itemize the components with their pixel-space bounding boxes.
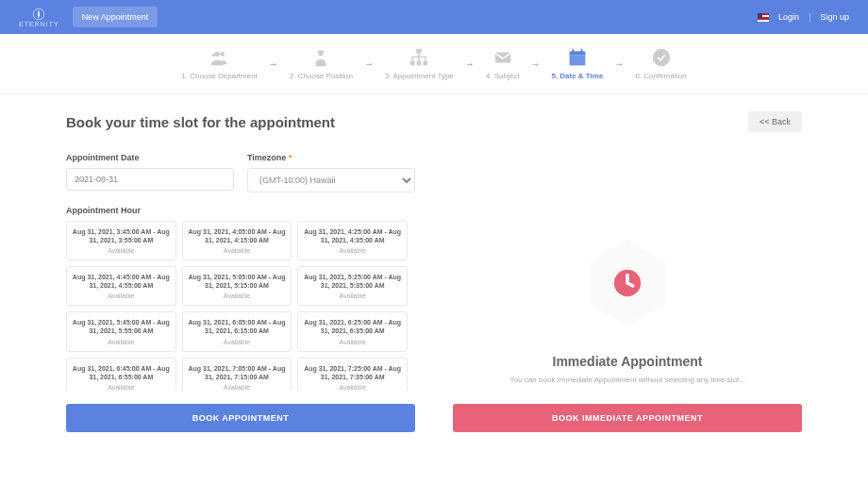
slot-time: Aug 31, 2021, 5:05:00 AM - Aug 31, 2021,… xyxy=(187,273,288,290)
sitemap-icon xyxy=(409,47,429,68)
date-input[interactable] xyxy=(66,168,234,191)
svg-rect-9 xyxy=(424,61,428,66)
slot-status: Available xyxy=(302,293,403,299)
arrow-icon: → xyxy=(530,59,540,69)
step-position[interactable]: 2. Choose Position xyxy=(290,47,353,80)
time-slot[interactable]: Aug 31, 2021, 4:45:00 AM - Aug 31, 2021,… xyxy=(66,266,176,306)
timezone-select[interactable]: (GMT-10:00) Hawaii xyxy=(247,168,415,192)
slot-status: Available xyxy=(187,339,288,345)
slot-status: Available xyxy=(71,247,172,254)
slot-time: Aug 31, 2021, 6:45:00 AM - Aug 31, 2021,… xyxy=(71,364,172,381)
clock-icon xyxy=(611,267,643,299)
hexagon-badge xyxy=(590,241,665,326)
svg-rect-7 xyxy=(410,61,415,66)
logo-text: ETERNITY xyxy=(19,21,59,27)
flag-icon[interactable] xyxy=(758,13,769,22)
slot-time: Aug 31, 2021, 4:05:00 AM - Aug 31, 2021,… xyxy=(187,227,288,244)
slot-time: Aug 31, 2021, 6:25:00 AM - Aug 31, 2021,… xyxy=(302,318,403,335)
booking-form: Appointment Date Timezone * (GMT-10:00) … xyxy=(66,153,415,432)
time-slot[interactable]: Aug 31, 2021, 5:05:00 AM - Aug 31, 2021,… xyxy=(182,266,292,306)
check-circle-icon xyxy=(651,47,672,68)
immediate-subtitle: You can book Immediate Appointment witho… xyxy=(509,375,745,385)
svg-rect-14 xyxy=(581,49,583,54)
topbar-left: ETERNITY New Appointment xyxy=(19,7,158,27)
svg-rect-10 xyxy=(494,53,510,63)
main-content: Book your time slot for the appointment … xyxy=(0,94,868,460)
svg-point-2 xyxy=(220,52,225,57)
timezone-label: Timezone * xyxy=(247,153,415,162)
svg-rect-5 xyxy=(318,51,325,53)
step-department[interactable]: 1. Choose Department xyxy=(181,47,258,80)
slot-status: Available xyxy=(71,384,172,391)
arrow-icon: → xyxy=(364,59,374,69)
login-link[interactable]: Login xyxy=(778,12,799,22)
time-slot[interactable]: Aug 31, 2021, 6:45:00 AM - Aug 31, 2021,… xyxy=(66,358,176,391)
slot-status: Available xyxy=(71,293,172,299)
slot-status: Available xyxy=(187,247,288,254)
slot-status: Available xyxy=(302,247,403,254)
topbar-right: Login | Sign up xyxy=(758,12,849,22)
logo[interactable]: ETERNITY xyxy=(19,8,59,27)
slot-status: Available xyxy=(302,384,403,391)
step-confirmation[interactable]: 6. Confirmation xyxy=(635,47,686,80)
svg-point-1 xyxy=(214,52,220,58)
envelope-icon xyxy=(492,47,513,68)
svg-rect-16 xyxy=(570,55,586,65)
topbar: ETERNITY New Appointment Login | Sign up xyxy=(0,0,868,34)
calendar-icon xyxy=(567,47,588,68)
svg-point-3 xyxy=(211,53,215,57)
hour-label: Appointment Hour xyxy=(66,206,415,215)
svg-rect-12 xyxy=(570,52,586,56)
arrow-icon: → xyxy=(269,59,278,69)
time-slot[interactable]: Aug 31, 2021, 6:25:00 AM - Aug 31, 2021,… xyxy=(297,311,408,351)
time-slot[interactable]: Aug 31, 2021, 5:25:00 AM - Aug 31, 2021,… xyxy=(297,266,408,306)
time-slot[interactable]: Aug 31, 2021, 4:25:00 AM - Aug 31, 2021,… xyxy=(297,221,408,260)
arrow-icon: → xyxy=(614,59,624,69)
compass-icon xyxy=(32,8,45,21)
book-immediate-button[interactable]: BOOK IMMEDIATE APPOINTMENT xyxy=(453,404,802,432)
time-slot[interactable]: Aug 31, 2021, 5:45:00 AM - Aug 31, 2021,… xyxy=(66,311,176,351)
slots-grid[interactable]: Aug 31, 2021, 3:45:00 AM - Aug 31, 2021,… xyxy=(66,221,415,391)
slot-time: Aug 31, 2021, 3:45:00 AM - Aug 31, 2021,… xyxy=(71,227,172,244)
slot-time: Aug 31, 2021, 4:45:00 AM - Aug 31, 2021,… xyxy=(71,273,172,290)
step-type[interactable]: 3. Appointment Type xyxy=(385,47,454,80)
svg-rect-8 xyxy=(417,61,422,66)
arrow-icon: → xyxy=(465,59,475,69)
slot-time: Aug 31, 2021, 7:25:00 AM - Aug 31, 2021,… xyxy=(302,364,403,381)
time-slot[interactable]: Aug 31, 2021, 7:05:00 AM - Aug 31, 2021,… xyxy=(182,358,292,391)
slot-status: Available xyxy=(302,339,403,345)
step-subject[interactable]: 4. Subject xyxy=(486,47,520,80)
svg-point-17 xyxy=(652,49,669,66)
time-slot[interactable]: Aug 31, 2021, 6:05:00 AM - Aug 31, 2021,… xyxy=(182,311,292,351)
immediate-title: Immediate Appointment xyxy=(553,354,703,369)
slot-time: Aug 31, 2021, 7:05:00 AM - Aug 31, 2021,… xyxy=(187,364,288,381)
book-appointment-button[interactable]: BOOK APPOINTMENT xyxy=(66,404,415,432)
date-label: Appointment Date xyxy=(66,153,234,162)
steps-bar: 1. Choose Department → 2. Choose Positio… xyxy=(0,34,868,94)
slot-time: Aug 31, 2021, 5:45:00 AM - Aug 31, 2021,… xyxy=(71,318,172,335)
signup-link[interactable]: Sign up xyxy=(820,12,849,22)
slot-time: Aug 31, 2021, 4:25:00 AM - Aug 31, 2021,… xyxy=(302,227,403,244)
slot-status: Available xyxy=(187,293,288,299)
time-slot[interactable]: Aug 31, 2021, 3:45:00 AM - Aug 31, 2021,… xyxy=(66,221,176,260)
step-datetime[interactable]: 5. Date & Time xyxy=(551,47,603,80)
slot-status: Available xyxy=(71,339,172,345)
divider: | xyxy=(809,12,810,22)
page-title: Book your time slot for the appointment xyxy=(66,114,335,130)
slot-time: Aug 31, 2021, 5:25:00 AM - Aug 31, 2021,… xyxy=(302,273,403,290)
slot-time: Aug 31, 2021, 6:05:00 AM - Aug 31, 2021,… xyxy=(187,318,288,335)
svg-rect-6 xyxy=(417,49,423,54)
back-button[interactable]: << Back xyxy=(748,111,802,132)
slot-status: Available xyxy=(187,384,288,391)
time-slot[interactable]: Aug 31, 2021, 7:25:00 AM - Aug 31, 2021,… xyxy=(297,358,408,391)
new-appointment-button[interactable]: New Appointment xyxy=(73,7,159,27)
svg-rect-13 xyxy=(572,49,574,54)
immediate-panel: Immediate Appointment You can book Immed… xyxy=(453,153,802,432)
users-icon xyxy=(209,47,230,68)
time-slot[interactable]: Aug 31, 2021, 4:05:00 AM - Aug 31, 2021,… xyxy=(182,221,292,260)
agent-icon xyxy=(310,47,331,68)
